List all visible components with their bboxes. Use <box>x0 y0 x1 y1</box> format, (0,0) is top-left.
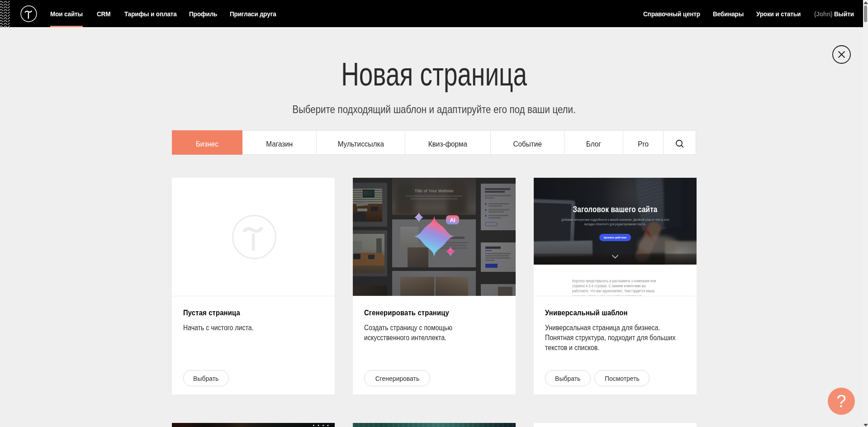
svg-text:AI: AI <box>450 217 455 223</box>
